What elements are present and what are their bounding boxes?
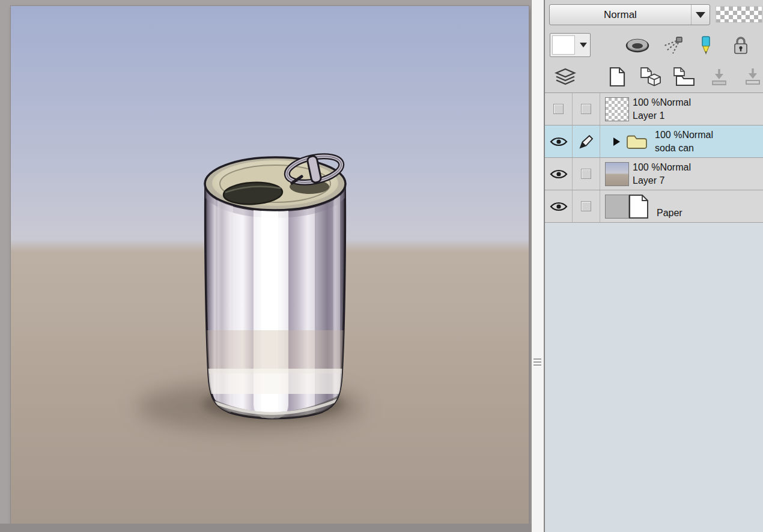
- empty-target-box: [581, 201, 591, 211]
- chevron-down-icon: [691, 5, 710, 25]
- layer-tools-row: [545, 30, 763, 61]
- layer-name: Layer 7: [633, 174, 691, 187]
- spray-mask-icon[interactable]: [660, 32, 687, 59]
- layer-row-soda-can[interactable]: 100 %Normal soda can: [545, 125, 763, 158]
- empty-target-box: [581, 169, 591, 179]
- layer-row-paper[interactable]: Paper: [545, 190, 763, 223]
- blend-mode-value: Normal: [550, 9, 691, 21]
- hidden-visibility-box: [553, 104, 564, 114]
- visibility-toggle[interactable]: [545, 125, 573, 157]
- folder-icon: [626, 133, 648, 150]
- new-3d-layer-icon[interactable]: [637, 64, 663, 90]
- edit-target-cell[interactable]: [573, 190, 600, 222]
- merge-down-icon[interactable]: [740, 64, 763, 90]
- layer-command-row: [545, 61, 763, 92]
- eye-icon: [550, 201, 568, 212]
- transfer-down-icon[interactable]: [706, 64, 732, 90]
- layer-name: Paper: [657, 207, 682, 220]
- soda-can-painting: [11, 6, 529, 524]
- new-folder-icon[interactable]: [670, 64, 697, 90]
- blend-mode-dropdown[interactable]: Normal: [549, 4, 710, 25]
- layer-list: 100 %Normal Layer 1: [545, 92, 763, 223]
- edit-target-cell[interactable]: [573, 93, 600, 125]
- edit-target-cell[interactable]: [573, 158, 600, 190]
- layer-blend-mode: Normal: [660, 97, 691, 107]
- layer-row-layer-1[interactable]: 100 %Normal Layer 1: [545, 93, 763, 125]
- eye-icon: [550, 169, 568, 180]
- transparent-pattern-swatch[interactable]: [716, 6, 762, 23]
- layer-opacity: 100 %: [655, 130, 682, 140]
- layer-row-layer-7[interactable]: 100 %Normal Layer 7: [545, 158, 763, 190]
- layer-color-swatch: [552, 35, 575, 55]
- create-selection-icon[interactable]: [624, 32, 651, 59]
- layer-thumbnail[interactable]: [605, 97, 629, 121]
- eye-icon: [550, 136, 568, 147]
- pane-splitter[interactable]: [531, 0, 544, 532]
- expand-triangle-icon[interactable]: [613, 138, 620, 146]
- layer-palette: Normal: [544, 0, 763, 532]
- layer-blend-mode: Normal: [660, 162, 691, 172]
- visibility-toggle[interactable]: [545, 190, 573, 222]
- layer-thumbnail[interactable]: [605, 195, 629, 219]
- splitter-grip-icon: [533, 357, 541, 367]
- lock-icon[interactable]: [728, 32, 754, 59]
- layer-list-empty-area: [545, 223, 763, 532]
- layer-opacity: 100 %: [633, 162, 660, 172]
- paper-page-icon: [628, 194, 649, 219]
- canvas-bottom-gutter: [0, 524, 531, 532]
- layer-opacity: 100 %: [633, 97, 660, 107]
- layer-blend-mode: Normal: [682, 130, 713, 140]
- layer-name: soda can: [655, 142, 713, 155]
- visibility-toggle[interactable]: [545, 93, 573, 125]
- canvas-area: [0, 0, 531, 532]
- canvas-document[interactable]: [11, 6, 529, 524]
- layer-name: Layer 1: [633, 109, 691, 122]
- empty-target-box: [581, 104, 591, 114]
- edit-pen-icon: [579, 134, 594, 150]
- layer-thumbnail[interactable]: [605, 162, 629, 186]
- chevron-down-icon: [577, 34, 590, 56]
- marker-pen-icon[interactable]: [695, 32, 717, 59]
- layer-color-dropdown[interactable]: [550, 33, 591, 57]
- new-layer-icon[interactable]: [604, 64, 630, 90]
- edit-target-cell[interactable]: [573, 125, 600, 157]
- paint-app-window: Normal: [0, 0, 763, 532]
- visibility-toggle[interactable]: [545, 158, 573, 190]
- layer-stack-icon[interactable]: [552, 64, 579, 90]
